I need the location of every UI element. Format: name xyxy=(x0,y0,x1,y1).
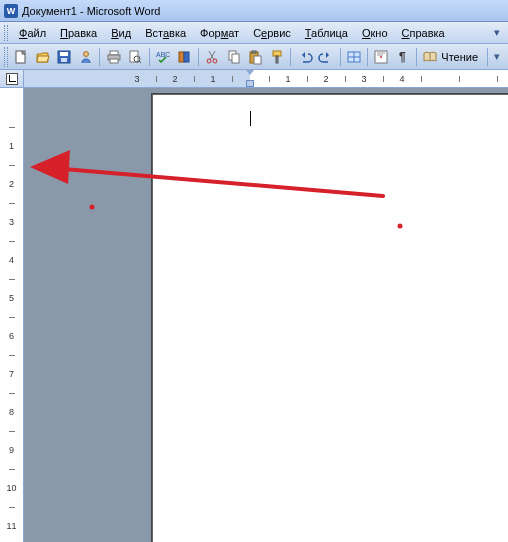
undo-button[interactable] xyxy=(294,46,315,68)
reading-label: Чтение xyxy=(441,51,478,63)
redo-button[interactable] xyxy=(316,46,337,68)
research-button[interactable] xyxy=(174,46,195,68)
save-button[interactable] xyxy=(54,46,75,68)
svg-rect-19 xyxy=(252,51,256,53)
doc-map-button[interactable] xyxy=(371,46,392,68)
svg-text:ABC: ABC xyxy=(156,51,170,58)
vertical-ruler[interactable]: 1 2 3 4 5 6 7 8 9 10 11 xyxy=(0,88,24,542)
new-doc-button[interactable] xyxy=(11,46,32,68)
app-icon: W xyxy=(4,4,18,18)
hanging-indent[interactable] xyxy=(246,80,254,87)
svg-rect-2 xyxy=(60,52,68,56)
page[interactable] xyxy=(152,94,508,542)
menubar-handle[interactable] xyxy=(4,25,8,41)
ruler-tick: 4 xyxy=(0,256,23,264)
menu-file[interactable]: Файл xyxy=(12,25,53,41)
show-hide-button[interactable]: ¶ xyxy=(393,46,414,68)
toolbar-separator xyxy=(99,48,100,66)
print-preview-button[interactable] xyxy=(125,46,146,68)
ruler-tick: 2 xyxy=(171,70,179,87)
svg-rect-5 xyxy=(110,51,118,55)
ruler-tick: 7 xyxy=(0,370,23,378)
toolbar-handle[interactable] xyxy=(4,47,8,67)
document-area[interactable] xyxy=(24,88,508,542)
content-row: 1 2 3 4 5 6 7 8 9 10 11 xyxy=(0,88,508,542)
toolbar-overflow[interactable]: ▾ xyxy=(490,46,504,68)
tables-borders-button[interactable] xyxy=(344,46,365,68)
ruler-row: 3 2 1 1 2 3 4 xyxy=(0,70,508,88)
ruler-tick: 11 xyxy=(0,522,23,530)
menu-edit[interactable]: Правка xyxy=(53,25,104,41)
paste-button[interactable] xyxy=(245,46,266,68)
permissions-button[interactable] xyxy=(76,46,97,68)
svg-rect-3 xyxy=(61,58,67,62)
reading-layout-button[interactable]: Чтение xyxy=(420,46,484,68)
ruler-tick: 3 xyxy=(360,70,368,87)
print-button[interactable] xyxy=(103,46,124,68)
svg-text:¶: ¶ xyxy=(399,50,406,64)
menu-overflow[interactable]: ▾ xyxy=(490,26,504,39)
svg-point-15 xyxy=(213,59,217,63)
window-title: Документ1 - Microsoft Word xyxy=(22,5,160,17)
toolbar-separator xyxy=(416,48,417,66)
horizontal-ruler[interactable]: 3 2 1 1 2 3 4 xyxy=(24,70,508,87)
ruler-tick: 9 xyxy=(0,446,23,454)
svg-rect-20 xyxy=(254,56,261,64)
format-painter-button[interactable] xyxy=(267,46,288,68)
svg-rect-22 xyxy=(276,56,278,63)
ruler-tick: 1 xyxy=(209,70,217,87)
ruler-tick: 4 xyxy=(398,70,406,87)
text-cursor xyxy=(250,111,251,126)
menu-insert[interactable]: Вставка xyxy=(138,25,193,41)
ruler-tick: 1 xyxy=(284,70,292,87)
svg-rect-21 xyxy=(273,51,281,56)
cut-button[interactable] xyxy=(202,46,223,68)
svg-rect-7 xyxy=(110,59,118,63)
toolbar-separator xyxy=(149,48,150,66)
ruler-tick: 3 xyxy=(0,218,23,226)
svg-rect-13 xyxy=(184,52,189,62)
svg-rect-12 xyxy=(179,52,184,62)
menu-format[interactable]: Формат xyxy=(193,25,246,41)
book-icon xyxy=(422,49,438,65)
menu-help[interactable]: Справка xyxy=(395,25,452,41)
open-button[interactable] xyxy=(33,46,54,68)
toolbar-separator xyxy=(367,48,368,66)
spellcheck-button[interactable]: ABC xyxy=(153,46,174,68)
toolbar-separator xyxy=(290,48,291,66)
svg-rect-17 xyxy=(232,54,239,63)
copy-button[interactable] xyxy=(223,46,244,68)
ruler-tick: 6 xyxy=(0,332,23,340)
svg-point-27 xyxy=(380,56,382,58)
first-line-indent[interactable] xyxy=(246,70,254,75)
tab-selector[interactable] xyxy=(0,70,24,88)
menu-tools[interactable]: Сервис xyxy=(246,25,298,41)
titlebar: W Документ1 - Microsoft Word xyxy=(0,0,508,22)
ruler-tick: 2 xyxy=(0,180,23,188)
menu-window[interactable]: Окно xyxy=(355,25,395,41)
toolbar-separator xyxy=(340,48,341,66)
menu-view[interactable]: Вид xyxy=(104,25,138,41)
ruler-tick: 10 xyxy=(0,484,23,492)
ruler-tick: 2 xyxy=(322,70,330,87)
svg-point-4 xyxy=(84,51,89,56)
toolbar-separator xyxy=(487,48,488,66)
toolbar: ABC ¶ Чтение ▾ xyxy=(0,44,508,70)
toolbar-separator xyxy=(198,48,199,66)
ruler-tick: 3 xyxy=(133,70,141,87)
ruler-tick: 1 xyxy=(0,142,23,150)
svg-line-10 xyxy=(139,61,141,63)
menu-table[interactable]: Таблица xyxy=(298,25,355,41)
svg-point-14 xyxy=(207,59,211,63)
ruler-tick: 5 xyxy=(0,294,23,302)
menubar: Файл Правка Вид Вставка Формат Сервис Та… xyxy=(0,22,508,44)
ruler-tick: 8 xyxy=(0,408,23,416)
